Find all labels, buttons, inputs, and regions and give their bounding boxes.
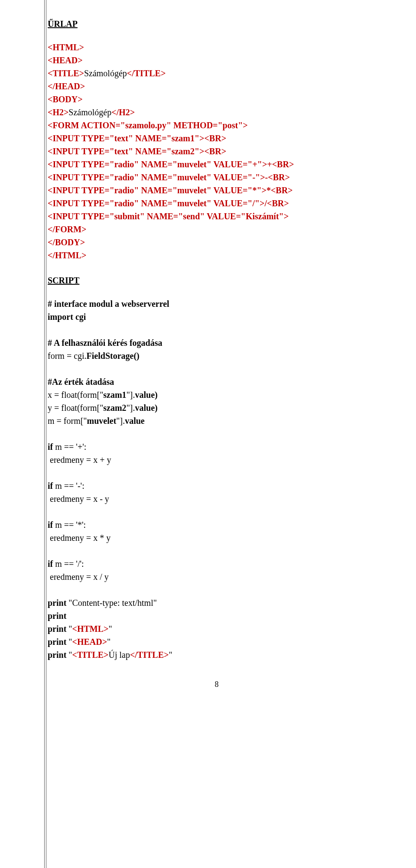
text: Új lap xyxy=(108,650,130,660)
tag: </H2> xyxy=(111,107,135,117)
code-line: <INPUT TYPE="text" NAME="szam1"><BR> xyxy=(48,132,386,145)
code-line: <INPUT TYPE="radio" NAME="muvelet" VALUE… xyxy=(48,158,386,171)
text: szam2 xyxy=(103,403,126,413)
tag: <H2> xyxy=(48,107,68,117)
code-line: <INPUT TYPE="radio" NAME="muvelet" VALUE… xyxy=(48,171,386,184)
text: m == '/': xyxy=(53,559,84,569)
blank-line xyxy=(48,583,386,596)
blank-line xyxy=(48,362,386,375)
code-line: print "<TITLE>Új lap</TITLE>" xyxy=(48,648,386,661)
text: x = float(form[" xyxy=(48,390,103,400)
code-line: if m == '/': xyxy=(48,557,386,570)
blank-line xyxy=(48,427,386,440)
text: "]. xyxy=(127,390,135,400)
code-line: <BODY> xyxy=(48,93,386,106)
text: Számológép xyxy=(84,68,127,78)
code-line: y = float(form["szam2"].value) xyxy=(48,401,386,414)
script-code-block: # interface modul a webserverrel import … xyxy=(48,297,386,661)
code-line: x = float(form["szam1"].value) xyxy=(48,388,386,401)
tag: <TITLE> xyxy=(72,650,109,660)
text: value) xyxy=(135,403,157,413)
text: FieldStorage() xyxy=(87,351,140,361)
tag: <HTML> xyxy=(72,624,109,634)
code-line: </HTML> xyxy=(48,249,386,262)
blank-line xyxy=(48,323,386,336)
code-line: eredmeny = x * y xyxy=(48,531,386,544)
text: form = cgi. xyxy=(48,351,87,361)
code-line: print "<HEAD>" xyxy=(48,635,386,648)
text: "]. xyxy=(116,416,125,426)
code-line: import cgi xyxy=(48,310,386,323)
code-line: eredmeny = x + y xyxy=(48,453,386,466)
kw: if xyxy=(48,442,53,452)
code-line: eredmeny = x - y xyxy=(48,492,386,505)
code-line: # A felhasználói kérés fogadása xyxy=(48,336,386,349)
text: szam1 xyxy=(103,390,126,400)
tag: </TITLE> xyxy=(127,68,166,78)
kw: print xyxy=(48,650,66,660)
code-line: eredmeny = x / y xyxy=(48,570,386,583)
code-line: <INPUT TYPE="text" NAME="szam2"><BR> xyxy=(48,145,386,158)
code-line: form = cgi.FieldStorage() xyxy=(48,349,386,362)
text: value xyxy=(125,416,145,426)
code-line: if m == '+': xyxy=(48,440,386,453)
text: m = form[" xyxy=(48,416,87,426)
code-line: <FORM ACTION="szamolo.py" METHOD="post"> xyxy=(48,119,386,132)
kw: if xyxy=(48,520,53,530)
code-line: if m == '-': xyxy=(48,479,386,492)
blank-line xyxy=(48,544,386,557)
code-line: <HTML> xyxy=(48,41,386,54)
text: " xyxy=(66,637,72,647)
code-line: <INPUT TYPE="radio" NAME="muvelet" VALUE… xyxy=(48,197,386,210)
code-line: </HEAD> xyxy=(48,80,386,93)
kw: print xyxy=(48,598,66,608)
kw: print xyxy=(48,637,66,647)
text: " xyxy=(66,624,72,634)
code-line: </BODY> xyxy=(48,236,386,249)
code-line: # interface modul a webserverrel xyxy=(48,297,386,310)
page-number: 8 xyxy=(48,679,386,690)
kw: if xyxy=(48,481,53,491)
code-line: if m == '*': xyxy=(48,518,386,531)
code-line: m = form["muvelet"].value xyxy=(48,414,386,427)
text: muvelet xyxy=(87,416,117,426)
code-line: </FORM> xyxy=(48,223,386,236)
tag: </TITLE> xyxy=(130,650,169,660)
blank-line xyxy=(48,505,386,518)
code-line: <HEAD> xyxy=(48,54,386,67)
html-code-block: <HTML> <HEAD> <TITLE>Számológép</TITLE> … xyxy=(48,41,386,262)
text: " xyxy=(169,650,172,660)
text: " xyxy=(107,637,110,647)
heading-script: SCRIPT xyxy=(48,274,386,287)
tag: <HEAD> xyxy=(72,637,107,647)
text: "Content-type: text/html" xyxy=(66,598,157,608)
text: " xyxy=(66,650,72,660)
code-line: print xyxy=(48,609,386,622)
code-line: print "Content-type: text/html" xyxy=(48,596,386,609)
blank-line xyxy=(48,466,386,479)
code-line: <TITLE>Számológép</TITLE> xyxy=(48,67,386,80)
code-line: print "<HTML>" xyxy=(48,622,386,635)
code-line: <INPUT TYPE="submit" NAME="send" VALUE="… xyxy=(48,210,386,223)
text: " xyxy=(108,624,112,634)
code-line: <H2>Számológép</H2> xyxy=(48,106,386,119)
text: y = float(form[" xyxy=(48,403,103,413)
code-line: <INPUT TYPE="radio" NAME="muvelet" VALUE… xyxy=(48,184,386,197)
text: m == '+': xyxy=(53,442,86,452)
tag: <TITLE> xyxy=(48,68,84,78)
heading-urlap: ŰRLAP xyxy=(48,17,386,30)
text: m == '-': xyxy=(53,481,84,491)
text: m == '*': xyxy=(53,520,86,530)
vertical-rule xyxy=(44,0,46,868)
code-line: #Az érték átadása xyxy=(48,375,386,388)
text: value) xyxy=(135,390,157,400)
text: Számológép xyxy=(68,107,111,117)
kw: if xyxy=(48,559,53,569)
text: "]. xyxy=(127,403,135,413)
kw: print xyxy=(48,624,66,634)
